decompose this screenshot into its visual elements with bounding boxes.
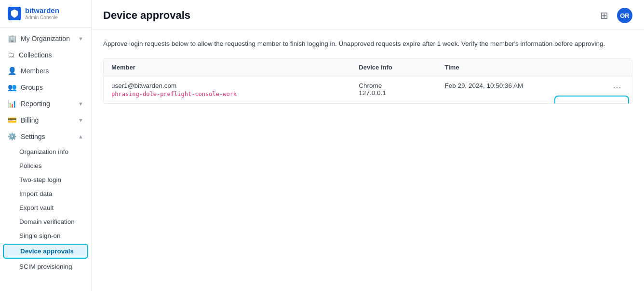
device-browser: Chrome <box>359 82 429 89</box>
nav-sub-export[interactable]: Export vault <box>0 201 91 215</box>
page-header: Device approvals ⊞ OR <box>92 0 644 29</box>
logo-text: bitwarden Admin Console <box>25 7 59 20</box>
nav-sub-two-step-label: Two-step login <box>19 176 61 183</box>
nav-settings[interactable]: ⚙️ Settings ▲ <box>0 128 91 145</box>
logo-area: bitwarden Admin Console <box>0 0 91 28</box>
chevron-down-icon: ▼ <box>78 101 83 107</box>
nav-sub-domain-label: Domain verification <box>19 218 75 225</box>
nav-reporting[interactable]: 📊 Reporting ▼ <box>0 96 91 112</box>
nav-sub-import[interactable]: Import data <box>0 187 91 201</box>
nav-sub-two-step[interactable]: Two-step login <box>0 173 91 187</box>
main-nav: 🏢 My Organization ▼ 🗂 Collections 👤 Memb… <box>0 28 91 277</box>
chevron-up-icon: ▲ <box>78 134 83 139</box>
nav-sub-policies[interactable]: Policies <box>0 159 91 173</box>
nav-sub-org-info-label: Organization info <box>19 148 68 155</box>
user-avatar[interactable]: OR <box>617 8 632 23</box>
table-row: user1@bitwarden.com phrasing-dole-prefli… <box>104 76 632 104</box>
cell-actions: ⋯ ✓ Approve request ✕ Deny <box>602 76 632 104</box>
nav-collections-label: Collections <box>19 51 52 59</box>
nav-billing[interactable]: 💳 Billing ▼ <box>0 112 91 128</box>
approvals-table-container: Member Device info Time user1@bitwarden.… <box>103 58 632 104</box>
main-content: Device approvals ⊞ OR Approve login requ… <box>92 0 644 291</box>
nav-groups[interactable]: 👥 Groups <box>0 79 91 96</box>
members-icon: 👤 <box>8 67 17 75</box>
nav-sub-device-approvals-label: Device approvals <box>20 248 74 255</box>
col-actions <box>602 59 632 76</box>
nav-collections[interactable]: 🗂 Collections <box>0 47 91 63</box>
nav-sub-policies-label: Policies <box>19 162 42 169</box>
nav-billing-label: Billing <box>21 116 39 124</box>
bitwarden-logo-icon <box>8 7 21 20</box>
cell-member: user1@bitwarden.com phrasing-dole-prefli… <box>104 76 351 104</box>
nav-my-org-label: My Organization <box>21 35 70 42</box>
approvals-table: Member Device info Time user1@bitwarden.… <box>104 59 632 103</box>
nav-sub-export-label: Export vault <box>19 204 54 211</box>
check-icon: ✓ <box>562 101 568 104</box>
table-header-row: Member Device info Time <box>104 59 632 76</box>
nav-members-label: Members <box>21 67 49 75</box>
groups-icon: 👥 <box>8 83 17 92</box>
col-device-info: Device info <box>351 59 437 76</box>
cell-device: Chrome 127.0.0.1 <box>351 76 437 104</box>
logo-name: bitwarden <box>25 7 59 15</box>
approve-request-item[interactable]: ✓ Approve request <box>555 97 628 104</box>
main-body: Approve login requests below to allow th… <box>92 29 644 291</box>
sidebar: bitwarden Admin Console 🏢 My Organizatio… <box>0 0 92 291</box>
nav-members[interactable]: 👤 Members <box>0 63 91 79</box>
col-time: Time <box>437 59 603 76</box>
collections-icon: 🗂 <box>8 51 15 59</box>
grid-view-button[interactable]: ⊞ <box>597 10 611 21</box>
action-dropdown-menu: ✓ Approve request ✕ Deny request <box>554 96 629 104</box>
avatar-initials: OR <box>620 12 630 19</box>
nav-sub-domain[interactable]: Domain verification <box>0 215 91 229</box>
member-email: user1@bitwarden.com <box>111 82 343 89</box>
nav-groups-label: Groups <box>21 83 43 91</box>
page-title: Device approvals <box>103 9 190 22</box>
nav-sub-org-info[interactable]: Organization info <box>0 145 91 159</box>
org-icon: 🏢 <box>8 34 17 43</box>
member-fingerprint: phrasing-dole-preflight-console-work <box>111 91 343 97</box>
settings-icon: ⚙️ <box>8 132 17 141</box>
action-dropdown-wrapper: ⋯ ✓ Approve request ✕ Deny <box>610 82 624 93</box>
chevron-down-icon: ▼ <box>78 117 83 123</box>
approve-label: Approve request <box>572 102 619 104</box>
chevron-down-icon: ▼ <box>78 36 83 42</box>
nav-sub-import-label: Import data <box>19 190 52 197</box>
row-actions-button[interactable]: ⋯ <box>610 82 624 93</box>
nav-sub-sso[interactable]: Single sign-on <box>0 229 91 243</box>
nav-settings-label: Settings <box>21 133 45 140</box>
nav-sub-scim-label: SCIM provisioning <box>19 263 72 270</box>
grid-icon: ⊞ <box>600 10 608 21</box>
logo-subtitle: Admin Console <box>25 15 59 20</box>
nav-reporting-label: Reporting <box>21 100 50 108</box>
device-ip: 127.0.0.1 <box>359 89 429 97</box>
nav-sub-sso-label: Single sign-on <box>19 232 61 239</box>
col-member: Member <box>104 59 351 76</box>
reporting-icon: 📊 <box>8 99 17 108</box>
header-actions: ⊞ OR <box>597 8 632 23</box>
nav-sub-device-approvals[interactable]: Device approvals <box>3 244 88 259</box>
page-description: Approve login requests below to allow th… <box>103 39 632 49</box>
nav-my-organization[interactable]: 🏢 My Organization ▼ <box>0 30 91 47</box>
billing-icon: 💳 <box>8 116 17 125</box>
nav-sub-scim[interactable]: SCIM provisioning <box>0 260 91 274</box>
